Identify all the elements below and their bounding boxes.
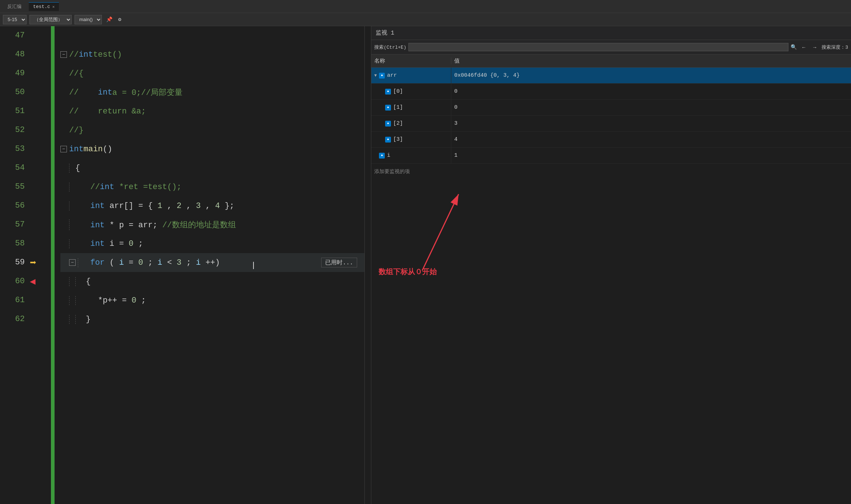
code-line-58[interactable]: int i = 0 ; [60, 234, 364, 253]
watch-row-arr3[interactable]: ● [3] 4 [371, 132, 851, 148]
code-line-53[interactable]: − int main () [60, 140, 364, 159]
code-line-47[interactable] [60, 26, 364, 45]
annotation-text: 数组下标从０开始 [379, 267, 437, 277]
collapse-48[interactable]: − [60, 51, 67, 58]
line-num-53: 53 [15, 140, 25, 159]
line-num-51: 51 [15, 102, 25, 121]
watch-row-arr[interactable]: ▼ ● arr 0x0046fd40 {0, 3, 4} [371, 68, 851, 84]
var-icon-arr0: ● [385, 89, 391, 95]
gutter-61 [29, 291, 51, 310]
code-line-62[interactable]: } [60, 310, 364, 329]
line-num-48: 48 [15, 45, 25, 64]
scope-select[interactable]: （全局范围） [29, 15, 72, 24]
search-depth-label: 搜索深度：3 [822, 44, 848, 51]
gutter-49 [29, 64, 51, 83]
line-range-select[interactable]: 5-15 [3, 15, 27, 24]
col-name-header: 名称 [371, 57, 451, 64]
var-icon-i: ● [379, 153, 385, 159]
gutter-59: ➡ [29, 253, 51, 272]
text-cursor [253, 262, 254, 269]
search-label: 搜索(Ctrl+E) [374, 44, 406, 51]
line-num-50: 50 [15, 83, 25, 102]
watch-row-i-name: ▶ ● i [371, 148, 451, 163]
settings-icon[interactable]: ⚙ [117, 16, 123, 23]
annotation-area: 数组下标从０开始 [371, 180, 851, 504]
pin-icon[interactable]: 📌 [105, 16, 114, 23]
toolbar: 5-15 （全局范围） main() 📌 ⚙ [0, 13, 851, 26]
gutter-58 [29, 234, 51, 253]
watch-row-arr1-val: 0 [451, 104, 851, 111]
gutter-53 [29, 140, 51, 159]
gutter-56 [29, 196, 51, 215]
line-num-56: 56 [15, 196, 25, 215]
code-line-59[interactable]: − for ( i = 0 ; i < 3 ; i [60, 253, 364, 272]
watch-row-i[interactable]: ▶ ● i 1 [371, 148, 851, 164]
line-num-61: 61 [15, 291, 25, 310]
watch-row-arr1[interactable]: ● [1] 0 [371, 100, 851, 116]
watch-row-arr0-name: ● [0] [371, 84, 451, 99]
watch-toolbar: 搜索(Ctrl+E) 🔍 ← → 搜索深度：3 [371, 40, 851, 55]
line-num-59: 59 [15, 253, 25, 272]
watch-title: 监视 1 [371, 26, 851, 40]
tab-asm[interactable]: 反汇编 [3, 1, 26, 11]
code-line-55[interactable]: //int *ret =test(); [60, 177, 364, 196]
watch-row-arr0-val: 0 [451, 88, 851, 95]
gutter-54 [29, 159, 51, 177]
collapse-53[interactable]: − [60, 146, 67, 152]
code-line-56[interactable]: int arr[] = { 1 , 2 , 3 , 4 }; [60, 196, 364, 215]
code-line-57[interactable]: int * p = arr; //数组的地址是数组 [60, 215, 364, 234]
collapse-59[interactable]: − [69, 259, 76, 266]
line-num-52: 52 [15, 121, 25, 140]
execution-arrow: ➡ [30, 256, 36, 269]
line-numbers: 47 48 49 50 51 52 53 54 55 56 57 58 59 6… [0, 26, 29, 504]
search-icon[interactable]: 🔍 [791, 44, 797, 50]
search-prev-button[interactable]: ← [800, 44, 808, 51]
watch-table-body: ▼ ● arr 0x0046fd40 {0, 3, 4} ● [0] 0 [371, 68, 851, 504]
watch-search-input[interactable] [408, 43, 788, 51]
var-icon-arr2: ● [385, 121, 391, 127]
line-num-47: 47 [15, 26, 25, 45]
tab-test[interactable]: test.c ✕ [29, 2, 59, 11]
code-line-52[interactable]: //} [60, 121, 364, 140]
title-bar: 反汇编 test.c ✕ [0, 0, 851, 13]
gutter-51 [29, 102, 51, 121]
code-line-49[interactable]: //{ [60, 64, 364, 83]
green-bar [51, 26, 55, 504]
watch-row-i-val: 1 [451, 152, 851, 159]
watch-row-arr2-val: 3 [451, 120, 851, 127]
watch-row-arr0[interactable]: ● [0] 0 [371, 84, 851, 100]
vertical-scrollbar[interactable] [364, 26, 371, 504]
col-value-header: 值 [451, 57, 851, 64]
code-line-50[interactable]: // int a = 0;//局部变量 [60, 83, 364, 102]
code-line-48[interactable]: − //int test() [60, 45, 364, 64]
gutter-60: ◀ [29, 272, 51, 291]
var-icon-arr: ● [379, 73, 385, 79]
code-area: 47 48 49 50 51 52 53 54 55 56 57 58 59 6… [0, 26, 371, 504]
watch-title-label: 监视 1 [376, 29, 394, 37]
code-line-61[interactable]: *p++ = 0 ; [60, 291, 364, 310]
watch-panel: 监视 1 搜索(Ctrl+E) 🔍 ← → 搜索深度：3 名称 值 [371, 26, 851, 504]
tab-asm-label: 反汇编 [7, 3, 21, 10]
code-line-54[interactable]: { [60, 159, 364, 177]
code-line-51[interactable]: // return &a; [60, 102, 364, 121]
close-tab-button[interactable]: ✕ [52, 4, 55, 9]
line-num-58: 58 [15, 234, 25, 253]
svg-line-1 [422, 194, 459, 271]
gutter-62 [29, 310, 51, 329]
gutter-47 [29, 26, 51, 45]
watch-row-arr3-name: ● [3] [371, 132, 451, 147]
add-watch-row[interactable]: 添加要监视的项 [371, 164, 851, 180]
line-num-54: 54 [15, 159, 25, 177]
expand-arr[interactable]: ▼ [374, 73, 377, 78]
code-lines[interactable]: − //int test() //{ // int a = 0;//局部变量 / [55, 26, 364, 504]
search-next-button[interactable]: → [811, 44, 819, 51]
watch-row-arr2[interactable]: ● [2] 3 [371, 116, 851, 132]
function-select[interactable]: main() [75, 15, 102, 24]
line-num-55: 55 [15, 177, 25, 196]
line-num-57: 57 [15, 215, 25, 234]
code-line-60[interactable]: { [60, 272, 364, 291]
main-layout: 47 48 49 50 51 52 53 54 55 56 57 58 59 6… [0, 26, 851, 504]
watch-row-arr-val: 0x0046fd40 {0, 3, 4} [451, 72, 851, 79]
line-num-60: 60 [15, 272, 25, 291]
var-icon-arr3: ● [385, 137, 391, 143]
